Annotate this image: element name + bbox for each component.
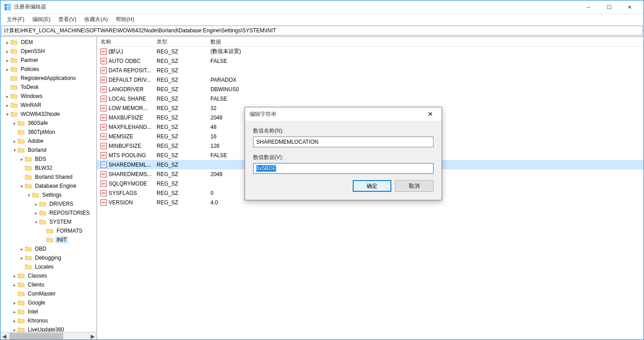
tree-expander[interactable]: ▸ [11,300,18,305]
value-row[interactable]: abAUTO ODBCREG_SZFALSE [97,56,644,66]
tree-node[interactable]: ▸Clients [0,280,96,289]
tree-node[interactable]: ▸DBD [0,244,96,253]
scroll-right-arrow[interactable]: ▶ [89,332,96,340]
tree-node[interactable]: ▸BLW32 [0,163,96,172]
tree-node[interactable]: ▸OpenSSH [0,47,96,56]
tree-node[interactable]: ▸ComMaster [0,289,96,298]
menu-view[interactable]: 查看(V) [55,15,80,24]
address-bar[interactable]: 计算机\HKEY_LOCAL_MACHINE\SOFTWARE\WOW6432N… [1,26,643,35]
tree-expander[interactable]: ▸ [4,67,10,72]
tree-expander[interactable]: ▸ [18,157,25,162]
tree-node[interactable]: ▾WOW6432Node [0,110,96,119]
value-row[interactable]: abDATA REPOSIT...REG_SZ [97,66,644,75]
maximize-button[interactable]: ☐ [599,0,619,14]
value-name-input[interactable]: SHAREDMEMLOCATION [253,137,434,147]
tree-node[interactable]: ▾Settings [0,190,96,199]
tree-node[interactable]: ▸DRIVERS [0,199,96,208]
tree-node[interactable]: ▸FORMATS [0,226,96,235]
column-header-data[interactable]: 数据 [207,37,644,46]
tree-expander[interactable]: ▸ [33,202,39,207]
tree-node[interactable]: ▸REPOSITORIES [0,208,96,217]
tree-node[interactable]: ▸Policies [0,65,96,74]
cancel-button[interactable]: 取消 [395,180,434,192]
scroll-thumb[interactable] [9,333,63,340]
tree-node[interactable]: ▸OEM [0,38,96,47]
tree-node[interactable]: ▸RegisteredApplications [0,74,96,83]
dialog-close-button[interactable]: ✕ [424,110,437,118]
value-data-input[interactable]: 0x5BDE [253,163,434,174]
tree-node[interactable]: ▸Debugging [0,253,96,262]
column-header-name[interactable]: 名称 [97,37,153,46]
tree-expander[interactable]: ▾ [11,148,18,153]
tree-node[interactable]: ▸ToDesk [0,83,96,92]
tree-expander[interactable]: ▸ [4,103,10,108]
tree-expander[interactable]: ▾ [18,184,25,189]
tree-expander[interactable]: ▾ [33,220,39,225]
value-row[interactable]: abDEFAULT DRIV...REG_SZPARADOX [97,75,644,84]
registry-tree[interactable]: ▸OEM▸OpenSSH▸Partner▸Policies▸Registered… [0,37,96,332]
tree-horizontal-scrollbar[interactable]: ◀ ▶ [0,332,96,340]
tree-expander[interactable]: ▸ [11,283,18,287]
menu-edit[interactable]: 编辑(E) [29,15,54,24]
tree-node[interactable]: ▸Classes [0,271,96,280]
tree-node[interactable]: ▸WinRAR [0,101,96,110]
tree-expander[interactable]: ▸ [4,49,10,54]
menu-help[interactable]: 帮助(H) [112,15,138,24]
tree-expander[interactable]: ▸ [18,166,25,171]
tree-expander[interactable]: ▸ [11,130,18,135]
tree-expander[interactable]: ▸ [4,94,10,99]
tree-node[interactable]: ▸Locales [0,262,96,271]
tree-expander[interactable]: ▸ [11,327,18,332]
titlebar[interactable]: 注册表编辑器 – ☐ ✕ [0,0,644,14]
tree-expander[interactable]: ▸ [4,85,10,90]
tree-expander[interactable]: ▸ [11,309,18,314]
tree-expander[interactable]: ▸ [33,211,39,216]
string-value-icon: ab [101,49,107,55]
dialog-titlebar[interactable]: 编辑字符串 ✕ [245,107,442,121]
tree-expander[interactable]: ▸ [4,76,10,81]
tree-node[interactable]: ▾Borland [0,146,96,155]
tree-node[interactable]: ▸Partner [0,56,96,65]
tree-expander[interactable]: ▾ [26,193,32,198]
tree-node[interactable]: ▸LiveUpdate360 [0,325,96,332]
tree-expander[interactable]: ▸ [18,265,25,269]
edit-string-dialog[interactable]: 编辑字符串 ✕ 数值名称(N): SHAREDMEMLOCATION 数值数据(… [245,107,442,200]
minimize-button[interactable]: – [578,0,599,14]
tree-expander[interactable]: ▸ [11,318,18,323]
tree-node[interactable]: ▸Khronos [0,316,96,325]
value-row[interactable]: ab(默认)REG_SZ(数值未设置) [97,47,644,56]
tree-node[interactable]: ▸360TptMon [0,128,96,137]
tree-node[interactable]: ▸BDS [0,155,96,163]
tree-expander[interactable]: ▸ [18,247,25,252]
scroll-left-arrow[interactable]: ◀ [0,332,8,340]
close-button[interactable]: ✕ [619,0,640,14]
menu-file[interactable]: 文件(F) [3,15,28,24]
ok-button[interactable]: 确定 [353,180,391,192]
tree-node[interactable]: ▾SYSTEM [0,217,96,226]
tree-expander[interactable]: ▸ [11,121,18,126]
tree-node[interactable]: ▸Borland Shared [0,172,96,181]
tree-node[interactable]: ▸Windows [0,92,96,101]
tree-expander[interactable]: ▸ [18,256,25,261]
tree-node[interactable]: ▾Database Engine [0,181,96,190]
tree-node[interactable]: ▸360Safe [0,119,96,128]
tree-expander[interactable]: ▸ [11,139,18,144]
tree-expander[interactable]: ▸ [11,291,18,296]
folder-icon [10,48,18,54]
tree-expander[interactable]: ▸ [18,175,25,180]
tree-expander[interactable]: ▸ [4,40,10,45]
tree-node[interactable]: ▸Google [0,298,96,307]
tree-expander[interactable]: ▸ [4,58,10,63]
value-row[interactable]: abLOCAL SHAREREG_SZFALSE [97,94,644,103]
tree-node[interactable]: ▸Intel [0,307,96,316]
list-header[interactable]: 名称 类型 数据 [97,37,644,47]
tree-node[interactable]: ▸Adobe [0,137,96,146]
tree-expander[interactable]: ▸ [11,274,18,278]
tree-node[interactable]: ▸INIT [0,235,96,244]
value-row[interactable]: abLANGDRIVERREG_SZDBWINUS0 [97,84,644,94]
tree-expander[interactable]: ▾ [4,112,10,117]
menu-favorites[interactable]: 收藏夹(A) [81,15,111,24]
tree-expander[interactable]: ▸ [40,229,46,234]
tree-expander[interactable]: ▸ [40,238,46,243]
column-header-type[interactable]: 类型 [153,37,207,46]
